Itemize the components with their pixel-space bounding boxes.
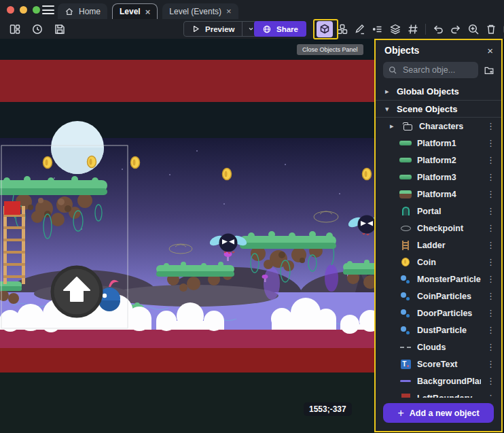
object-item-platform1[interactable]: Platform1	[376, 135, 501, 152]
particles-icon	[400, 275, 411, 284]
particles-icon	[400, 292, 411, 301]
object-menu-icon[interactable]	[486, 138, 495, 148]
object-menu-icon[interactable]	[486, 257, 495, 267]
left-boundary-sprite[interactable]	[4, 201, 20, 215]
redo-icon[interactable]	[448, 21, 464, 37]
platform-thumbnail-icon	[399, 175, 412, 179]
close-panel-icon[interactable]	[487, 45, 493, 56]
tooltip: Close Objects Panel	[297, 44, 363, 55]
objects-panel-title: Objects	[384, 45, 487, 56]
object-item-monsterparticles[interactable]: MonsterParticles	[376, 271, 501, 288]
ufo-outline-icon	[401, 226, 411, 231]
globe-icon	[262, 24, 272, 34]
tab-label: Level (Events)	[169, 7, 221, 16]
layout-panels-icon[interactable]	[7, 21, 23, 37]
bottom-crimson-band	[0, 330, 374, 348]
trash-icon[interactable]	[483, 21, 499, 37]
object-item-platform4[interactable]: Platform4	[376, 186, 501, 203]
object-item-scoretext[interactable]: ScoreText	[376, 356, 501, 373]
object-menu-icon[interactable]	[486, 155, 495, 165]
cursor-coordinates: 1553;-337	[304, 402, 352, 416]
platform-thumbnail-icon	[399, 190, 412, 198]
object-menu-icon[interactable]	[486, 121, 495, 131]
object-menu-icon[interactable]	[486, 172, 495, 182]
purple-line-icon	[400, 380, 411, 382]
scene-objects-section[interactable]: Scene Objects	[376, 100, 501, 118]
tab-bar: Home Level Level (Events)	[58, 3, 238, 19]
search-input[interactable]	[401, 65, 463, 75]
tab-level-events[interactable]: Level (Events)	[162, 3, 238, 19]
scene-editor-canvas[interactable]: 1553;-337	[0, 39, 374, 433]
object-menu-icon[interactable]	[486, 376, 495, 386]
preview-label: Preview	[205, 25, 234, 33]
minimize-window-button[interactable]	[20, 6, 27, 14]
caret-right-icon	[385, 87, 391, 96]
zoom-window-button[interactable]	[33, 6, 40, 14]
main-menu-icon[interactable]	[42, 5, 54, 14]
edit-pencil-icon[interactable]	[352, 21, 368, 37]
close-tab-icon[interactable]	[226, 7, 232, 16]
object-item-coinparticles[interactable]: CoinParticles	[376, 288, 501, 305]
tab-home[interactable]: Home	[58, 3, 107, 19]
add-folder-icon[interactable]	[484, 65, 494, 75]
titlebar: Home Level Level (Events)	[0, 0, 504, 19]
tab-level[interactable]: Level	[112, 3, 158, 19]
object-menu-icon[interactable]	[486, 342, 495, 352]
top-boundary-band	[0, 60, 374, 102]
object-menu-icon[interactable]	[486, 274, 495, 284]
object-menu-icon[interactable]	[486, 206, 495, 216]
toolbar: Preview Share	[0, 19, 504, 39]
object-menu-icon[interactable]	[486, 240, 495, 250]
toggle-objects-panel-button[interactable]	[317, 21, 333, 37]
moon-sprite[interactable]	[51, 121, 104, 174]
object-menu-icon[interactable]	[486, 325, 495, 335]
jump-arrow-button-sprite[interactable]	[52, 267, 101, 316]
share-button[interactable]: Share	[254, 21, 306, 37]
object-search-field[interactable]	[383, 62, 478, 78]
share-label: Share	[276, 25, 298, 33]
object-item-dustparticle[interactable]: DustParticle	[376, 322, 501, 339]
text-object-icon	[401, 360, 411, 369]
object-item-backgroundplants[interactable]: BackgroundPlants	[376, 373, 501, 389]
object-item-ladder[interactable]: Ladder	[376, 237, 501, 254]
object-item-doorparticles[interactable]: DoorParticles	[376, 305, 501, 322]
edit-scene-properties-icon[interactable]	[501, 21, 504, 37]
close-tab-icon[interactable]	[145, 7, 151, 16]
object-menu-icon[interactable]	[486, 223, 495, 233]
layers-icon[interactable]	[387, 21, 403, 37]
object-menu-icon[interactable]	[486, 359, 495, 369]
coin-icon	[401, 258, 410, 266]
object-item-coin[interactable]: Coin	[376, 254, 501, 271]
add-new-object-button[interactable]: Add a new object	[383, 403, 494, 423]
save-icon[interactable]	[52, 21, 68, 37]
grid-icon[interactable]	[405, 21, 421, 37]
object-item-clouds[interactable]: Clouds	[376, 339, 501, 356]
close-window-button[interactable]	[7, 6, 14, 14]
caret-right-icon	[390, 122, 396, 131]
object-item-platform3[interactable]: Platform3	[376, 169, 501, 186]
object-item-portal[interactable]: Portal	[376, 203, 501, 220]
preview-button-group: Preview	[183, 21, 260, 37]
undo-icon[interactable]	[430, 21, 446, 37]
home-icon	[65, 7, 74, 16]
object-menu-icon[interactable]	[486, 291, 495, 301]
gdevelop-window: Home Level Level (Events)	[0, 0, 504, 433]
platform-thumbnail-icon	[399, 141, 412, 145]
object-groups-icon[interactable]	[334, 21, 350, 37]
object-item-platform2[interactable]: Platform2	[376, 152, 501, 169]
global-objects-section[interactable]: Global Objects	[376, 82, 501, 100]
objects-cube-icon	[319, 23, 331, 35]
zoom-in-icon[interactable]	[465, 21, 482, 37]
object-item-leftboundary[interactable]: LeftBoundary	[376, 389, 501, 398]
object-item-characters[interactable]: Characters	[376, 118, 501, 135]
object-menu-icon[interactable]	[486, 189, 495, 199]
platform-thumbnail-icon	[399, 158, 412, 162]
history-icon[interactable]	[29, 21, 46, 37]
object-item-checkpoint[interactable]: Checkpoint	[376, 220, 501, 237]
preview-button[interactable]: Preview	[184, 22, 242, 36]
instance-properties-icon[interactable]	[370, 21, 386, 37]
section-label: Scene Objects	[397, 104, 458, 114]
object-menu-icon[interactable]	[486, 308, 495, 318]
editor-icon-strip	[317, 21, 504, 37]
object-menu-icon[interactable]	[486, 393, 495, 398]
